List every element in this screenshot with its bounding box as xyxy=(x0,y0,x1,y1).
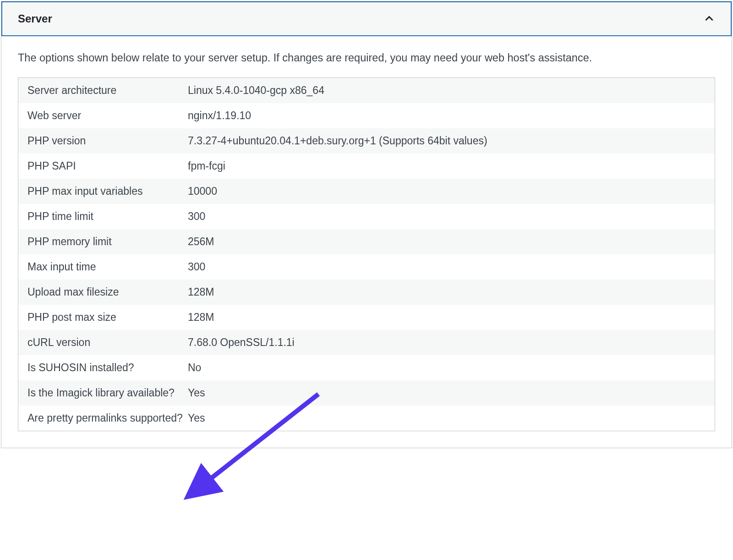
row-label: Is SUHOSIN installed? xyxy=(27,362,188,374)
row-label: Server architecture xyxy=(27,84,188,97)
server-panel-header[interactable]: Server xyxy=(1,1,732,36)
table-row: PHP version 7.3.27-4+ubuntu20.04.1+deb.s… xyxy=(18,128,715,154)
row-value: Linux 5.4.0-1040-gcp x86_64 xyxy=(188,84,706,97)
server-panel-body: The options shown below relate to your s… xyxy=(1,36,732,448)
table-row: Is the Imagick library available? Yes xyxy=(18,380,715,406)
table-row: PHP max input variables 10000 xyxy=(18,179,715,204)
row-label: Upload max filesize xyxy=(27,286,188,298)
row-label: Is the Imagick library available? xyxy=(27,387,188,399)
row-value: fpm-fcgi xyxy=(188,160,706,172)
chevron-up-icon xyxy=(703,13,715,25)
table-row: PHP time limit 300 xyxy=(18,204,715,229)
row-label: PHP version xyxy=(27,135,188,147)
row-value: 10000 xyxy=(188,185,706,198)
table-row: Is SUHOSIN installed? No xyxy=(18,355,715,380)
table-row: cURL version 7.68.0 OpenSSL/1.1.1i xyxy=(18,330,715,355)
row-label: cURL version xyxy=(27,336,188,349)
row-value: nginx/1.19.10 xyxy=(188,110,706,122)
row-value: Yes xyxy=(188,387,706,399)
table-row: Upload max filesize 128M xyxy=(18,280,715,305)
table-row: Max input time 300 xyxy=(18,254,715,280)
row-value: 300 xyxy=(188,210,706,223)
row-value: Yes xyxy=(188,412,706,424)
table-row: PHP SAPI fpm-fcgi xyxy=(18,154,715,179)
row-label: PHP SAPI xyxy=(27,160,188,172)
panel-intro: The options shown below relate to your s… xyxy=(18,50,715,66)
row-value: 7.3.27-4+ubuntu20.04.1+deb.sury.org+1 (S… xyxy=(188,135,706,147)
table-row: PHP memory limit 256M xyxy=(18,229,715,254)
row-value: 300 xyxy=(188,261,706,273)
row-value: 128M xyxy=(188,286,706,298)
row-label: Are pretty permalinks supported? xyxy=(27,412,188,424)
row-value: No xyxy=(188,362,706,374)
table-row: Web server nginx/1.19.10 xyxy=(18,103,715,128)
table-row: Server architecture Linux 5.4.0-1040-gcp… xyxy=(18,78,715,103)
row-label: PHP post max size xyxy=(27,311,188,324)
row-value: 256M xyxy=(188,236,706,248)
server-info-table: Server architecture Linux 5.4.0-1040-gcp… xyxy=(18,77,715,431)
table-row: PHP post max size 128M xyxy=(18,305,715,330)
panel-title: Server xyxy=(18,12,52,25)
row-label: Max input time xyxy=(27,261,188,273)
row-label: PHP time limit xyxy=(27,210,188,223)
table-row: Are pretty permalinks supported? Yes xyxy=(18,406,715,431)
row-label: Web server xyxy=(27,110,188,122)
server-panel: Server The options shown below relate to… xyxy=(1,1,732,448)
row-label: PHP memory limit xyxy=(27,236,188,248)
row-value: 7.68.0 OpenSSL/1.1.1i xyxy=(188,336,706,349)
row-value: 128M xyxy=(188,311,706,324)
row-label: PHP max input variables xyxy=(27,185,188,198)
